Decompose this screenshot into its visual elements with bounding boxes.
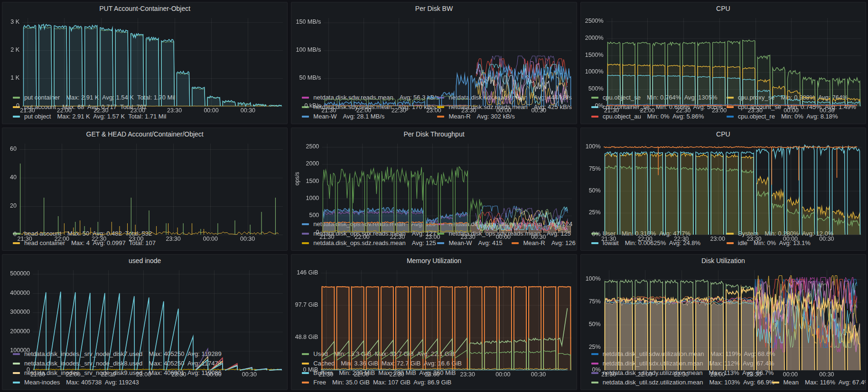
chart-canvas bbox=[291, 15, 576, 115]
panel-used-inode: used inode 01000002000003000004000005000… bbox=[2, 254, 288, 390]
panel-memory-utilization: Memory Utilization 0 MiB48.8 GiB97.7 GiB… bbox=[291, 254, 577, 390]
chart-canvas bbox=[291, 140, 576, 241]
panel-per-disk-bw: Per Disk BW 0 kB/s50 MB/s100 MB/s150 MB/… bbox=[291, 2, 577, 124]
x-tick-label: 23:30 bbox=[161, 236, 186, 242]
series-color-swatch bbox=[302, 382, 309, 383]
panel-title[interactable]: Per Disk Throughput bbox=[291, 128, 576, 140]
x-tick-label: 00:30 bbox=[526, 107, 551, 114]
chart-cpu-percent[interactable]: 0%25%50%75%100%21:3022:0022:3023:0023:30… bbox=[581, 140, 866, 228]
chart-get-head[interactable]: 020406021:3022:0022:3023:0023:3000:0000:… bbox=[2, 140, 287, 228]
panel-cpu-total: CPU 0%500%1000%1500%2000%2500%21:3022:00… bbox=[580, 2, 866, 124]
x-tick-label: 23:00 bbox=[707, 107, 732, 114]
legend-label[interactable]: Free bbox=[313, 378, 326, 387]
x-tick-label: 23:00 bbox=[421, 107, 446, 114]
panel-title[interactable]: Per Disk BW bbox=[291, 2, 576, 15]
x-tick-label: 00:30 bbox=[526, 371, 551, 378]
x-tick-label: 00:00 bbox=[202, 371, 226, 378]
y-tick-label: 97.7 GiB bbox=[294, 301, 318, 308]
chart-canvas bbox=[2, 140, 287, 243]
y-tick-label: 1000% bbox=[584, 68, 604, 75]
y-tick-label: 100000 bbox=[5, 347, 30, 354]
x-tick-label: 00:00 bbox=[491, 371, 515, 378]
y-tick-label: 48.8 GiB bbox=[294, 334, 318, 340]
panel-disk-utilization: Disk Utilization 0%25%50%75%100%21:3022:… bbox=[580, 254, 866, 390]
panel-title[interactable]: Memory Utilization bbox=[291, 255, 576, 267]
y-tick-label: 100% bbox=[584, 143, 601, 150]
chart-canvas bbox=[581, 15, 866, 115]
legend-item[interactable]: FreeMin: 35.0 GiB Max: 107 GiB Avg: 86.9… bbox=[302, 378, 451, 387]
x-tick-label: 22:30 bbox=[385, 234, 410, 240]
chart-put-account-container-object[interactable]: 01 K2 K3 K21:3022:0022:3023:0023:3000:00… bbox=[2, 15, 287, 92]
chart-disk-utilization[interactable]: 0%25%50%75%100%21:3022:0022:3023:0023:30… bbox=[581, 267, 866, 348]
x-tick-label: 00:30 bbox=[814, 371, 839, 378]
x-tick-label: 22:30 bbox=[384, 371, 409, 378]
chart-cpu-total[interactable]: 0%500%1000%1500%2000%2500%21:3022:0022:3… bbox=[581, 15, 866, 92]
legend-label[interactable]: Mean-inodes bbox=[24, 378, 60, 387]
x-tick-label: 00:00 bbox=[779, 107, 803, 114]
x-tick-label: 00:00 bbox=[778, 236, 803, 242]
legend-item[interactable]: MeanMax: 116% Avg: 67.4% bbox=[772, 378, 862, 387]
panel-get-head-account-container-object: GET & HEAD Account/Container/Object 0204… bbox=[2, 128, 288, 251]
x-tick-label: 22:00 bbox=[61, 371, 85, 378]
x-tick-label: 00:30 bbox=[814, 236, 839, 242]
y-tick-label: 20 bbox=[5, 202, 17, 209]
legend-item[interactable]: Mean-inodesMax: 405738 Avg: 119243 bbox=[13, 378, 139, 387]
series-color-swatch bbox=[772, 382, 779, 383]
series-color-swatch bbox=[13, 382, 20, 383]
panel-title[interactable]: used inode bbox=[2, 255, 287, 267]
chart-per-disk-bw[interactable]: 0 kB/s50 MB/s100 MB/s150 MB/s21:3022:002… bbox=[291, 15, 576, 92]
y-tick-label: 200000 bbox=[5, 328, 30, 335]
x-tick-label: 23:30 bbox=[457, 107, 481, 114]
panel-title[interactable]: GET & HEAD Account/Container/Object bbox=[2, 128, 287, 140]
y-tick-label: 2000% bbox=[584, 35, 604, 41]
panel-title[interactable]: CPU bbox=[581, 128, 866, 140]
x-tick-label: 22:00 bbox=[635, 107, 660, 114]
legend-stats: Max: 405738 Avg: 119243 bbox=[66, 378, 139, 387]
series-color-swatch bbox=[437, 116, 444, 118]
x-tick-label: 00:00 bbox=[491, 234, 515, 240]
x-tick-label: 00:30 bbox=[235, 107, 260, 114]
panel-title[interactable]: CPU bbox=[581, 2, 866, 15]
series-color-swatch bbox=[302, 242, 309, 244]
chart-used-inode[interactable]: 010000020000030000040000050000021:3022:0… bbox=[2, 267, 287, 348]
legend-label[interactable]: netdata.disk_util.sdz.utilization.mean bbox=[603, 378, 703, 387]
series-color-swatch bbox=[512, 242, 519, 244]
panel-cpu-percent: CPU 0%25%50%75%100%21:3022:0022:3023:002… bbox=[580, 128, 866, 251]
x-tick-label: 23:30 bbox=[742, 371, 766, 378]
grafana-dashboard: PUT Account-Container-Object 01 K2 K3 K2… bbox=[0, 0, 868, 392]
legend-stats: Max: 103% Avg: 66.9% bbox=[709, 378, 775, 387]
legend-item[interactable]: netdata.disk_util.sdz.utilization.meanMa… bbox=[591, 378, 760, 387]
x-tick-label: 23:30 bbox=[456, 234, 480, 240]
series-color-swatch bbox=[591, 382, 598, 383]
series-color-swatch bbox=[727, 116, 734, 118]
panel-title[interactable]: PUT Account-Container-Object bbox=[2, 2, 287, 15]
chart-memory-utilization[interactable]: 0 MiB48.8 GiB97.7 GiB146 GiB21:3022:0022… bbox=[291, 267, 576, 348]
x-tick-label: 22:00 bbox=[350, 234, 374, 240]
y-tick-label: 75% bbox=[584, 298, 601, 305]
y-tick-label: 50 MB/s bbox=[294, 74, 321, 81]
panel-per-disk-throughput: Per Disk Throughput 05001000150020002500… bbox=[291, 128, 577, 251]
y-tick-label: 75% bbox=[584, 165, 601, 172]
y-tick-label: 300000 bbox=[5, 309, 30, 315]
legend-stats: Min: 35.0 GiB Max: 107 GiB Avg: 86.9 GiB bbox=[332, 378, 451, 387]
x-tick-label: 21:30 bbox=[15, 107, 40, 114]
y-tick-label: 50% bbox=[584, 321, 601, 328]
x-tick-label: 22:30 bbox=[669, 371, 694, 378]
x-tick-label: 22:30 bbox=[87, 236, 112, 242]
y-tick-label: 2 K bbox=[5, 46, 19, 53]
x-tick-label: 23:00 bbox=[705, 236, 730, 242]
chart-per-disk-throughput[interactable]: 0500100015002000250021:3022:0022:3023:00… bbox=[291, 140, 576, 219]
x-tick-label: 21:30 bbox=[314, 371, 338, 378]
y-tick-label: 1500% bbox=[584, 52, 604, 58]
panel-title[interactable]: Disk Utilization bbox=[581, 255, 866, 267]
y-tick-label: 2500 bbox=[294, 143, 319, 150]
y-tick-label: 2000 bbox=[294, 160, 319, 167]
x-tick-label: 22:00 bbox=[349, 371, 373, 378]
y-axis-label: ops/s bbox=[294, 169, 300, 188]
chart-canvas bbox=[581, 267, 866, 379]
legend-label[interactable]: Mean bbox=[784, 378, 799, 387]
y-tick-label: 150 MB/s bbox=[294, 18, 321, 25]
x-tick-label: 22:00 bbox=[633, 236, 657, 242]
y-tick-label: 1000 bbox=[294, 195, 319, 201]
y-tick-label: 3 K bbox=[5, 18, 19, 25]
